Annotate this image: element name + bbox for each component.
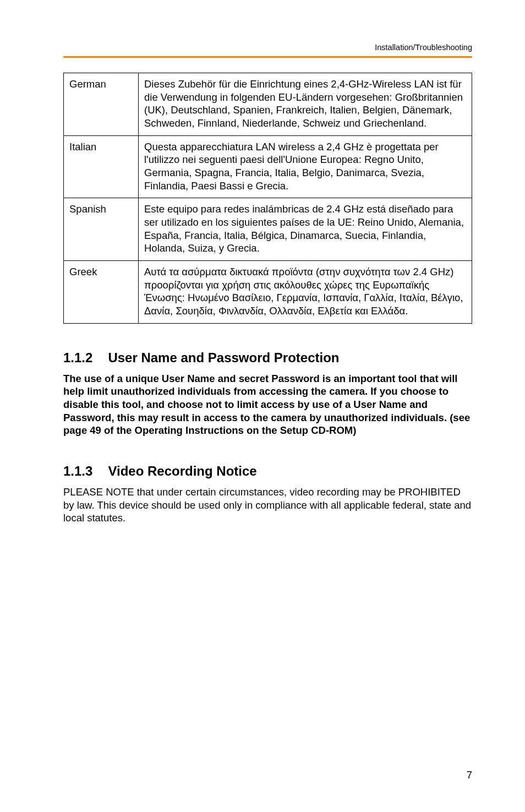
running-head: Installation/Troubleshooting <box>375 43 472 52</box>
lang-cell: Spanish <box>64 198 139 261</box>
table-row: Italian Questa apparecchiatura LAN wirel… <box>64 135 472 198</box>
header-rule <box>63 56 472 58</box>
section-title: Video Recording Notice <box>108 464 256 478</box>
text-cell: Αυτά τα ασύρματα δικτυακά προϊόντα (στην… <box>139 261 472 324</box>
lang-cell: Italian <box>64 135 139 198</box>
section-heading-113: 1.1.3Video Recording Notice <box>63 464 472 479</box>
section-112-body: The use of a unique User Name and secret… <box>63 372 472 437</box>
table-row: German Dieses Zubehör für die Einrichtun… <box>64 73 472 136</box>
section-113-body: PLEASE NOTE that under certain circumsta… <box>63 486 472 525</box>
section-number: 1.1.2 <box>63 350 92 366</box>
section-number: 1.1.3 <box>63 464 92 479</box>
lang-cell: Greek <box>64 261 139 324</box>
table-row: Spanish Este equipo para redes inalámbri… <box>64 198 472 261</box>
page-number: 7 <box>467 769 472 781</box>
section-title: User Name and Password Protection <box>108 350 339 365</box>
text-cell: Questa apparecchiatura LAN wireless a 2,… <box>139 135 472 198</box>
table-row: Greek Αυτά τα ασύρματα δικτυακά προϊόντα… <box>64 261 472 324</box>
language-table: German Dieses Zubehör für die Einrichtun… <box>63 73 472 324</box>
lang-cell: German <box>64 73 139 136</box>
page-header: Installation/Troubleshooting <box>63 40 472 70</box>
text-cell: Dieses Zubehör für die Einrichtung eines… <box>139 73 472 136</box>
text-cell: Este equipo para redes inalámbricas de 2… <box>139 198 472 261</box>
section-heading-112: 1.1.2User Name and Password Protection <box>63 350 472 366</box>
